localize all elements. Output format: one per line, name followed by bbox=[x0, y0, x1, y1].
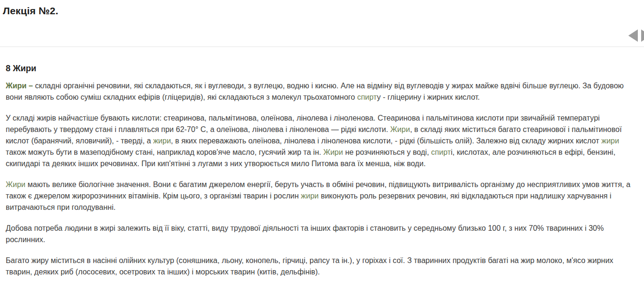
term-bold: Жири – bbox=[6, 82, 35, 90]
lecture-page: Лекція №2. 8 Жири Жири – складні органіч… bbox=[0, 0, 644, 292]
text-run: у - гліцерину і жирних кислот. bbox=[377, 93, 480, 101]
page-title: Лекція №2. bbox=[3, 5, 58, 17]
term-link[interactable]: жири bbox=[301, 192, 318, 200]
lecture-content: 8 Жири Жири – складні органічні речовини… bbox=[0, 64, 644, 278]
term-link[interactable]: жири bbox=[601, 137, 619, 145]
next-arrow-icon[interactable] bbox=[641, 29, 644, 42]
term-link[interactable]: Жири bbox=[323, 148, 343, 156]
prev-arrow-icon[interactable] bbox=[628, 29, 638, 42]
term-link[interactable]: Жири bbox=[6, 180, 26, 188]
nav-arrows bbox=[628, 29, 644, 42]
section-heading: 8 Жири bbox=[6, 64, 639, 74]
paragraph: Жири – складні органічні речовини, які с… bbox=[6, 80, 639, 103]
term-link[interactable]: спирт bbox=[357, 93, 377, 101]
text-run: не розчиняються у воді, bbox=[343, 148, 431, 156]
paragraph: Жири мають велике біологічне значення. В… bbox=[6, 179, 639, 213]
text-run: також можуть бути в мазеподібному стані,… bbox=[6, 148, 323, 156]
paragraphs: Жири – складні органічні речовини, які с… bbox=[6, 80, 639, 278]
text-run: Багато жиру міститься в насінні олійних … bbox=[6, 256, 613, 276]
paragraph: Добова потреба людини в жирі залежить ві… bbox=[6, 223, 639, 245]
paragraph: У складі жирів найчастіше бувають кислот… bbox=[6, 113, 639, 170]
text-run: Добова потреба людини в жирі залежить ві… bbox=[6, 224, 604, 244]
term-link[interactable]: Жири bbox=[390, 125, 410, 133]
page-header: Лекція №2. bbox=[0, 0, 644, 47]
paragraph: Багато жиру міститься в насінні олійних … bbox=[6, 255, 639, 278]
text-run: , в яких переважають олеїнова, лінолева … bbox=[171, 137, 602, 145]
term-link[interactable]: жири bbox=[153, 137, 171, 145]
term-link[interactable]: спирт bbox=[431, 148, 451, 156]
text-run: складні органічні речовини, які складают… bbox=[6, 82, 624, 101]
